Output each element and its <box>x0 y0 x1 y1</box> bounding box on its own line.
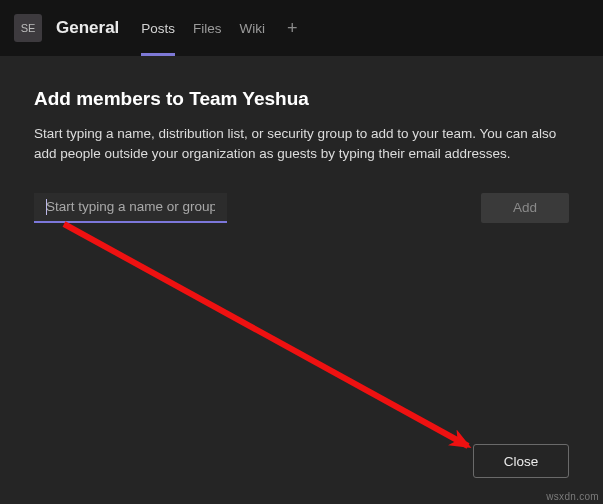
channel-topbar: SE General Posts Files Wiki + <box>0 0 603 56</box>
tab-posts[interactable]: Posts <box>141 0 175 56</box>
dialog-description: Start typing a name, distribution list, … <box>34 124 569 165</box>
dialog-title: Add members to Team Yeshua <box>34 88 569 110</box>
team-avatar: SE <box>14 14 42 42</box>
name-input[interactable] <box>34 193 227 223</box>
tab-wiki[interactable]: Wiki <box>240 0 266 56</box>
close-button[interactable]: Close <box>473 444 569 478</box>
dialog-footer: Close <box>34 444 569 478</box>
add-button[interactable]: Add <box>481 193 569 223</box>
add-tab-button[interactable]: + <box>287 18 298 39</box>
input-row: Add <box>34 193 569 223</box>
tab-files[interactable]: Files <box>193 0 222 56</box>
add-members-dialog: Add members to Team Yeshua Start typing … <box>0 56 603 504</box>
channel-name: General <box>56 18 119 38</box>
name-input-wrap <box>34 193 467 223</box>
watermark: wsxdn.com <box>546 491 599 502</box>
